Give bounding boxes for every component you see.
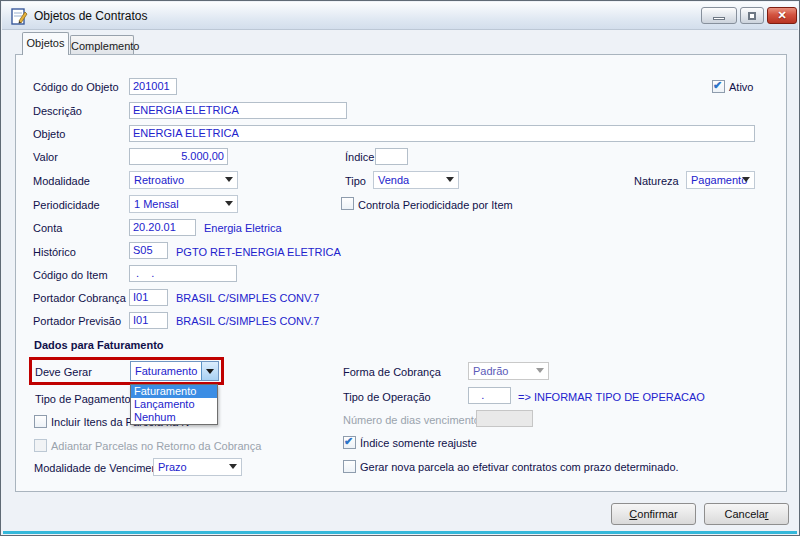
ativo-label: Ativo [729,81,753,93]
tipo-operacao-hint: => INFORMAR TIPO DE OPERACAO [518,391,705,403]
historico-label: Histórico [33,246,76,258]
conta-label: Conta [33,222,62,234]
modalidade-vencimento-value: Prazo [158,461,187,473]
chevron-down-icon [225,177,233,182]
indice-reajuste-label: Índice somente reajuste [360,437,477,449]
window-bottom-accent [3,531,797,534]
portador-previsao-label: Portador Previsão [33,315,121,327]
forma-cobranca-value: Padrão [473,365,508,377]
tipo-operacao-label: Tipo de Operação [343,391,431,403]
dropdown-option-lancamento[interactable]: Lançamento [131,398,217,411]
codigo-objeto-label: Código do Objeto [33,81,119,93]
portador-cobranca-description: BRASIL C/SIMPLES CONV.7 [176,292,319,304]
objeto-field[interactable]: ENERGIA ELETRICA [129,125,755,142]
tipo-combobox[interactable]: Venda [373,171,459,189]
cancel-button-label: Cancela [724,508,764,520]
dropdown-option-nenhum[interactable]: Nenhum [131,411,217,424]
confirm-button[interactable]: Confirmar [611,503,696,525]
codigo-item-label: Código do Item [33,269,108,281]
chevron-down-icon [225,201,233,206]
tipo-pagamento-label: Tipo de Pagamento [35,393,131,405]
incluir-itens-checkbox[interactable] [34,415,47,428]
modalidade-value: Retroativo [134,174,184,186]
portador-cobranca-field[interactable]: I01 [129,289,168,306]
periodicidade-label: Periodicidade [33,199,100,211]
document-edit-icon [11,8,28,25]
chevron-down-icon [536,368,544,373]
dropdown-option-faturamento[interactable]: Faturamento [131,385,217,398]
tipo-value: Venda [378,174,409,186]
adiantar-parcelas-checkbox [34,439,47,452]
indice-reajuste-checkbox[interactable] [343,436,356,449]
natureza-combobox[interactable]: Pagamento [686,171,755,189]
chevron-down-icon [742,177,750,182]
modalidade-vencimento-combobox[interactable]: Prazo [153,458,242,476]
title-bar[interactable]: Objetos de Contratos ✕ [2,2,798,30]
modalidade-label: Modalidade [33,175,90,187]
chevron-down-icon [229,464,237,469]
controla-periodicidade-checkbox[interactable] [341,197,354,210]
close-button[interactable]: ✕ [767,7,797,24]
gerar-nova-parcela-checkbox[interactable] [343,460,356,473]
close-icon: ✕ [768,9,796,22]
modalidade-vencimento-label: Modalidade de Vencimento [34,462,167,474]
indice-label: Índice [345,151,374,163]
cancel-button-accel: r [765,508,769,520]
red-highlight-rectangle [29,357,224,385]
indice-field[interactable] [375,148,408,165]
dialog-window: Objetos de Contratos ✕ Objetos Complemen… [0,0,800,536]
adiantar-parcelas-label: Adiantar Parcelas no Retorno da Cobrança [51,440,261,452]
valor-field[interactable]: 5.000,00 [129,148,228,165]
minimize-button[interactable] [701,7,737,24]
valor-label: Valor [33,151,58,163]
maximize-button[interactable] [740,7,764,24]
window-title: Objetos de Contratos [34,9,147,23]
portador-cobranca-label: Portador Cobrança [33,292,126,304]
confirm-button-label: onfirmar [637,508,677,520]
cancel-button[interactable]: Cancelar [704,503,789,525]
tipo-operacao-field[interactable]: . [468,387,511,404]
tipo-label: Tipo [345,175,366,187]
conta-description: Energia Eletrica [204,222,282,234]
periodicidade-combobox[interactable]: 1 Mensal [129,195,238,213]
chevron-down-icon [446,177,454,182]
controla-periodicidade-label: Controla Periodicidade por Item [358,199,513,211]
tab-objetos[interactable]: Objetos [22,32,69,55]
modalidade-combobox[interactable]: Retroativo [129,171,238,189]
codigo-item-field[interactable]: . . [129,265,237,282]
numero-dias-field [476,410,533,427]
ativo-checkbox[interactable] [712,80,725,93]
periodicidade-value: 1 Mensal [134,198,179,210]
natureza-value: Pagamento [691,174,747,186]
numero-dias-label: Número de dias vencimento [343,414,480,426]
forma-cobranca-combobox: Padrão [468,362,549,380]
descricao-field[interactable]: ENERGIA ELETRICA [129,102,347,119]
maximize-icon [748,12,756,20]
historico-field[interactable]: S05 [129,242,168,259]
faturamento-group-title: Dados para Faturamento [30,339,168,351]
objeto-label: Objeto [33,128,65,140]
deve-gerar-dropdown-list: Faturamento Lançamento Nenhum [130,384,218,425]
portador-previsao-field[interactable]: I01 [129,312,168,329]
tab-complemento[interactable]: Complemento [70,35,134,55]
natureza-label: Natureza [634,175,679,187]
historico-description: PGTO RET-ENERGIA ELETRICA [176,246,341,258]
gerar-nova-parcela-label: Gerar nova parcela ao efetivar contratos… [360,461,679,473]
portador-previsao-description: BRASIL C/SIMPLES CONV.7 [176,315,319,327]
tab-complemento-label: Complemento [71,40,139,52]
descricao-label: Descrição [33,105,82,117]
minimize-icon [713,17,725,20]
codigo-objeto-field[interactable]: 201001 [129,78,177,95]
forma-cobranca-label: Forma de Cobrança [343,366,441,378]
conta-field[interactable]: 20.20.01 [129,219,196,236]
tab-objetos-label: Objetos [27,37,65,49]
